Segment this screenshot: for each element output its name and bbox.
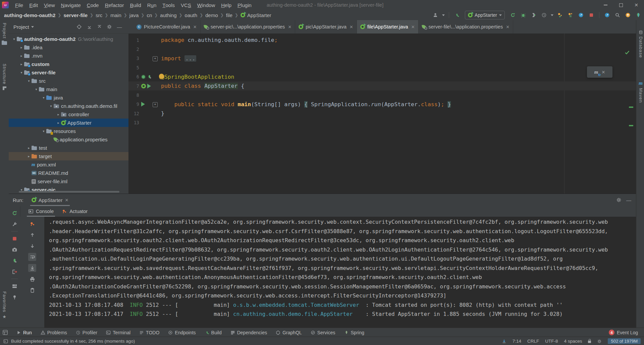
tree-expand-chevron[interactable]: ▸ — [56, 113, 61, 116]
chevron-down-icon[interactable] — [31, 26, 34, 28]
tree-item-java[interactable]: ▾java — [9, 93, 128, 102]
breadcrumb-item-oauth[interactable]: oauth — [185, 12, 198, 18]
chevron-down-icon[interactable] — [442, 14, 445, 16]
breadcrumb-item-java[interactable]: java — [129, 12, 139, 18]
menu-code[interactable]: Code — [84, 0, 102, 10]
menu-refactor[interactable]: Refactor — [102, 0, 127, 10]
inspections-ok-icon[interactable] — [624, 50, 630, 55]
caret-position[interactable]: 7:14 — [513, 339, 521, 344]
build-project-icon[interactable] — [453, 11, 461, 19]
collapse-all-icon[interactable] — [96, 23, 103, 30]
intention-bulb-icon[interactable] — [159, 74, 164, 79]
menu-help[interactable]: Help — [218, 0, 234, 10]
breadcrumb-item-cn[interactable]: cn — [147, 12, 152, 18]
run-gutter-icon[interactable] — [141, 102, 145, 107]
status-widget-icon[interactable] — [502, 339, 506, 344]
breadcrumb-item-server-file[interactable]: server-file — [63, 12, 88, 18]
tree-collapse-chevron[interactable]: ▾ — [34, 87, 39, 91]
breadcrumb-item-demo[interactable]: demo — [205, 12, 218, 18]
menu-file[interactable]: File — [12, 0, 26, 10]
tree-item--idea[interactable]: ▸.idea — [9, 43, 128, 52]
status-icon[interactable] — [3, 339, 8, 344]
hide-panel-icon[interactable]: — — [116, 23, 123, 30]
code-line-9[interactable]: 9+ public static void main(String[] args… — [128, 100, 636, 109]
code-line-8[interactable]: 8 — [128, 90, 636, 99]
scroll-to-end-icon[interactable] — [30, 265, 35, 271]
tree-item-readme-md[interactable]: MDREADME.md — [9, 169, 128, 177]
toolwindow-button-terminal[interactable]: Terminal — [106, 330, 130, 335]
menu-navigate[interactable]: Navigate — [58, 0, 84, 10]
tree-item-custom[interactable]: ▸custom — [9, 60, 128, 68]
maven-reload-icon[interactable]: m — [594, 69, 598, 75]
chevron-down-icon[interactable] — [551, 14, 553, 16]
spring-boot-gutter-icon[interactable] — [141, 84, 146, 88]
gear-icon[interactable] — [106, 23, 113, 30]
thread-dump-icon[interactable] — [12, 247, 17, 253]
code-line-5[interactable]: 5 — [128, 63, 636, 72]
toolwindow-button-services[interactable]: Services — [311, 330, 335, 335]
gear-icon[interactable] — [597, 339, 602, 344]
tree-collapse-chevron[interactable]: ▾ — [41, 129, 46, 133]
locate-file-icon[interactable] — [76, 23, 83, 30]
toolwindow-button-database[interactable]: Database — [636, 30, 644, 58]
toolwindow-button-spring[interactable]: Spring — [344, 330, 364, 335]
maven-reload-widget[interactable]: m ✕ — [587, 66, 612, 78]
view-tab-actuator[interactable]: Actuator — [62, 206, 88, 217]
stop-button[interactable] — [588, 11, 595, 19]
close-tab-icon[interactable]: ✕ — [288, 24, 291, 29]
toolwindow-switcher-icon[interactable] — [3, 330, 8, 335]
stop-button[interactable] — [12, 236, 17, 242]
rerun-button[interactable] — [12, 210, 17, 216]
close-icon[interactable]: ✕ — [65, 198, 68, 203]
close-tab-icon[interactable]: ✕ — [193, 24, 197, 29]
code-line-1[interactable]: 1package cn.authing.oauth.demo.file; — [128, 36, 636, 45]
run-tab-appstarter[interactable]: AppStarter ✕ — [30, 194, 70, 206]
toolwindow-button-project[interactable]: Project — [0, 23, 9, 46]
tree-item-resources[interactable]: ▾resources — [9, 127, 128, 135]
run-gutter-icon[interactable] — [147, 84, 151, 88]
status-message[interactable]: Build completed successfully in 4 sec, 2… — [11, 339, 135, 344]
toolwindow-button-dependencies[interactable]: Dependencies — [230, 330, 267, 335]
toolwindow-button-structure[interactable]: Structure — [0, 64, 9, 90]
code-line-6[interactable]: 6@SpringBootApplication — [128, 72, 636, 81]
next-occurrence-icon[interactable] — [30, 243, 35, 249]
code-line-7[interactable]: 7public class AppStarter { — [128, 81, 636, 90]
exit-icon[interactable] — [12, 269, 17, 275]
run-configuration-combo[interactable]: AppStarter — [465, 11, 505, 19]
clear-all-icon[interactable] — [30, 287, 35, 293]
menu-plugin[interactable]: Plugin — [234, 0, 255, 10]
fold-toggle-icon[interactable]: + — [153, 102, 158, 107]
tree-item--mvn[interactable]: ▸.mvn — [9, 52, 128, 60]
tree-expand-chevron[interactable]: ▸ — [19, 62, 24, 66]
code-editor[interactable]: 1package cn.authing.oauth.demo.file;23+i… — [128, 33, 636, 194]
tree-expand-chevron[interactable]: ▸ — [19, 46, 24, 49]
editor-tab-pic-appstarter-java[interactable]: pic\AppStarter.java✕ — [295, 20, 357, 33]
toolwindow-button-build[interactable]: Build — [205, 330, 222, 335]
breadcrumb-item-file[interactable]: file — [226, 12, 232, 18]
code-line-2[interactable]: 2 — [128, 45, 636, 54]
rerun-button[interactable] — [509, 11, 517, 19]
update-running-application-icon[interactable] — [556, 11, 564, 19]
menu-tools[interactable]: Tools — [159, 0, 178, 10]
dashboard-icon[interactable] — [603, 11, 611, 19]
hide-panel-icon[interactable]: — — [626, 197, 631, 203]
ide-update-icon[interactable] — [624, 11, 632, 19]
minimize-button[interactable] — [598, 0, 613, 10]
gear-icon[interactable] — [616, 197, 622, 203]
line-separator[interactable]: CRLF — [527, 339, 539, 344]
expand-all-icon[interactable] — [86, 23, 93, 30]
tree-expand-chevron[interactable]: ▸ — [19, 54, 24, 58]
indent-style[interactable]: 4 spaces — [564, 339, 582, 344]
editor-tab-server-pic-application-properties[interactable]: server-pic\...\application.properties✕ — [201, 20, 296, 33]
spring-leaf-gutter-icon[interactable] — [147, 74, 152, 79]
tree-expand-chevron[interactable]: ▸ — [26, 146, 32, 150]
update-classes-resources-icon[interactable] — [567, 11, 574, 19]
tree-collapse-chevron[interactable]: ▾ — [11, 37, 17, 41]
code-line-12[interactable]: 12} — [128, 109, 636, 118]
console-output[interactable]: .request.async.WebAsyncManagerIntegratio… — [44, 217, 636, 328]
print-icon[interactable] — [30, 276, 35, 282]
tree-expand-chevron[interactable]: ▸ — [56, 121, 61, 125]
editor-tab-server-file-application-properties[interactable]: server-file\...\application.properties✕ — [419, 20, 514, 33]
tree-collapse-chevron[interactable]: ▾ — [48, 104, 54, 108]
tree-item-target[interactable]: ▸target — [9, 152, 128, 160]
